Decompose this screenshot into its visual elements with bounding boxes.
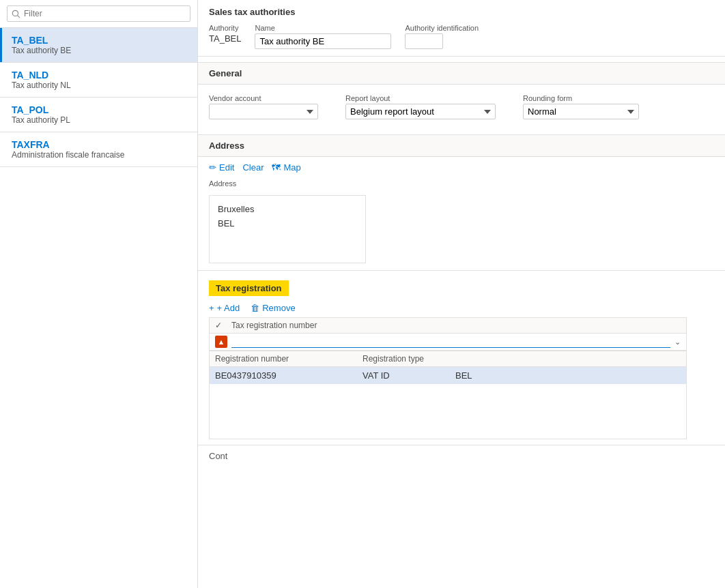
general-header: General [198,63,725,85]
address-header: Address [198,135,725,157]
dropdown-row1-type: VAT ID [362,370,444,381]
general-form-row: Vendor account Report layout Belgium rep… [209,90,714,123]
add-icon: + [209,303,214,313]
warning-icon: ▲ [215,336,227,348]
authority-label: Authority [209,24,241,32]
sidebar-item-code: TA_POL [12,104,188,115]
report-layout-field: Report layout Belgium report layout [345,94,496,119]
clear-button[interactable]: Clear [242,161,264,174]
vendor-account-select[interactable] [209,104,318,119]
address-field-label: Address [209,179,236,188]
rounding-form-select[interactable]: Normal [523,104,639,119]
address-panel: Address ✏ Edit Clear 🗺 Map Address Brux [198,134,725,263]
clear-label: Clear [242,162,264,173]
pencil-icon: ✏ [209,162,216,173]
vendor-account-field: Vendor account [209,94,318,119]
tax-input-row: ▲ ⌄ [210,334,686,351]
tax-registration-label: Tax registration [209,280,289,296]
name-label: Name [255,24,391,32]
dropdown-empty-space [210,384,686,439]
sidebar-item-ta-nld[interactable]: TA_NLD Tax authority NL [0,63,197,97]
sidebar-item-desc: Tax authority NL [12,80,188,90]
remove-button[interactable]: 🗑 Remove [251,303,295,313]
reg-type-col-header: Registration type [362,354,444,364]
dropdown-row1-country: BEL [455,370,681,381]
reg-number-col-header: Registration number [215,354,352,364]
map-icon: 🗺 [272,162,281,173]
add-label: + Add [217,303,240,313]
report-layout-label: Report layout [345,94,496,102]
authority-form-row: Authority TA_BEL Name Authority identifi… [198,21,725,57]
map-label: Map [283,162,300,173]
sidebar-item-code: TAXFRA [12,139,188,150]
tax-table-header-row: ✓ Tax registration number [210,318,686,334]
chevron-down-icon[interactable]: ⌄ [674,338,681,347]
name-field: Name [255,24,391,49]
remove-label: Remove [262,303,295,313]
main-content: Sales tax authorities Authority TA_BEL N… [198,0,725,588]
edit-label: Edit [219,162,234,173]
check-col-header: ✓ [215,321,231,330]
filter-input[interactable] [7,5,190,22]
country-col-header [455,354,681,364]
reg-num-col-header: Tax registration number [231,321,681,330]
dropdown-col-headers: Registration number Registration type [210,351,686,367]
add-button[interactable]: + + Add [209,303,240,313]
tax-registration-section: Tax registration + + Add 🗑 Remove ✓ Tax … [198,270,725,439]
sidebar-item-ta-bel[interactable]: TA_BEL Tax authority BE [0,28,197,62]
sidebar-item-desc: Tax authority BE [12,46,188,55]
address-line2: BEL [218,217,357,231]
name-input[interactable] [255,33,391,49]
dropdown-results: Registration number Registration type BE… [209,351,687,439]
page-title: Sales tax authorities [198,0,725,21]
sidebar-filter-container [0,0,197,28]
address-actions: ✏ Edit Clear 🗺 Map [198,157,725,178]
sidebar-item-desc: Administration fiscale francaise [12,150,188,160]
auth-id-label: Authority identification [405,24,479,32]
tax-reg-input[interactable] [231,336,670,348]
sidebar-item-ta-pol[interactable]: TA_POL Tax authority PL [0,98,197,132]
sidebar: TA_BEL Tax authority BE TA_NLD Tax autho… [0,0,198,588]
divider-4 [0,166,197,167]
address-box: Bruxelles BEL [209,195,366,263]
edit-button[interactable]: ✏ Edit [209,161,234,174]
tax-reg-actions: + + Add 🗑 Remove [198,300,725,317]
auth-id-field: Authority identification [405,24,479,49]
sidebar-item-desc: Tax authority PL [12,115,188,125]
address-line1: Bruxelles [218,203,357,217]
map-button[interactable]: 🗺 Map [272,161,300,174]
address-field-label-row: Address [198,178,725,191]
cont-label: Cont [198,445,725,467]
rounding-form-field: Rounding form Normal [523,94,639,119]
address-actions-row: ✏ Edit Clear 🗺 Map Address Bruxelles BEL [198,157,725,263]
sidebar-item-code: TA_NLD [12,70,188,80]
sidebar-item-taxfra[interactable]: TAXFRA Administration fiscale francaise [0,132,197,166]
rounding-form-label: Rounding form [523,94,639,102]
dropdown-row-1[interactable]: BE0437910359 VAT ID BEL [210,367,686,384]
authority-field: Authority TA_BEL [209,24,241,44]
general-body: Vendor account Report layout Belgium rep… [198,85,725,129]
sidebar-item-code: TA_BEL [12,35,188,46]
dropdown-row1-num: BE0437910359 [215,370,352,381]
tax-table: ✓ Tax registration number ▲ ⌄ [209,317,687,351]
trash-icon: 🗑 [251,303,259,313]
report-layout-select[interactable]: Belgium report layout [345,104,496,119]
vendor-account-label: Vendor account [209,94,318,102]
auth-id-input[interactable] [405,33,443,49]
general-panel: General Vendor account Report layout Bel… [198,62,725,129]
authority-value: TA_BEL [209,33,241,44]
